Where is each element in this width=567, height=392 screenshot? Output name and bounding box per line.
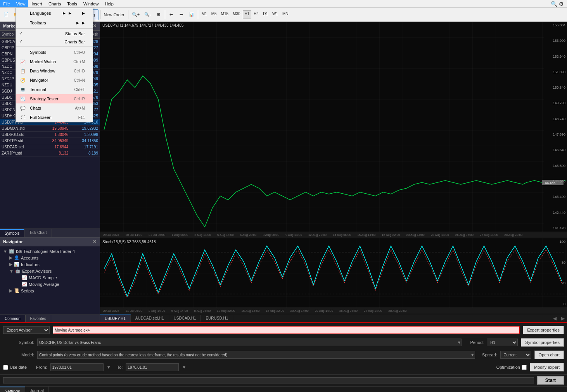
menu-toolbars[interactable]: Toolbars ▶ (16, 18, 93, 28)
tf-w1[interactable]: W1 (270, 10, 280, 19)
zoom-out-btn[interactable]: 🔍- (142, 9, 153, 20)
st-spread-select[interactable]: Current (500, 351, 531, 359)
chart-tab-prev[interactable]: ◀ (551, 315, 559, 322)
menu-file[interactable]: File (0, 0, 13, 7)
nav-item-scripts[interactable]: ▶ 📜 Scripts (8, 287, 98, 294)
st-tab-journal[interactable]: Journal (25, 387, 49, 392)
st-tab-settings[interactable]: Settings (0, 387, 25, 392)
from-cal-icon[interactable]: ▼ (107, 365, 111, 370)
tab-symbols[interactable]: Symbols (0, 229, 24, 237)
optimization-wrapper: Optimization (496, 365, 527, 370)
it11: 26 Aug 06:00 (336, 309, 361, 313)
t13: 16 Aug 22:00 (379, 233, 403, 237)
st-symbol-label: Symbol: (3, 340, 34, 345)
new-file-btn[interactable]: 📄 (2, 9, 11, 20)
chart-tab-usdjpy[interactable]: USDJPY,H1 (100, 315, 131, 322)
nav-root[interactable]: ▼ 🏢 IS6 Technologies MetaTrader 4 (2, 248, 98, 254)
tf-d1[interactable]: D1 (261, 10, 270, 19)
tf-m15[interactable]: M15 (219, 10, 230, 19)
st-symbol-input[interactable] (37, 339, 462, 346)
chart-tab-audcad[interactable]: AUDCAD.std,H1 (131, 315, 169, 322)
languages-arrow: ▶ (60, 10, 79, 17)
chart-right-btn[interactable]: ➡ (177, 9, 186, 20)
market-watch-close[interactable]: ✕ (93, 23, 97, 29)
menu-data-window[interactable]: 📋 Data Window Ctrl+D (16, 66, 93, 76)
market-row-14[interactable]: USDMXN.std 19.60945 19.62932 (0, 126, 100, 132)
tf-m1[interactable]: M1 (200, 10, 209, 19)
menu-charts[interactable]: Charts (45, 0, 64, 7)
indicator-time-axis: 29 Jul 2024 31 Jul 06:00 2 Aug 14:00 5 A… (100, 308, 567, 314)
tf-mn[interactable]: MN (280, 10, 290, 19)
sep4 (100, 10, 100, 19)
settings-icon[interactable]: ⚙ (559, 1, 564, 7)
market-row-18[interactable]: ZARJPY.std 8.132 8.189 (0, 150, 100, 156)
use-date-checkbox[interactable] (3, 365, 8, 370)
chart-area: USDJPY,H1 144.679 144.727 144.433 144.48… (100, 22, 567, 322)
menu-full-screen[interactable]: ⛶ Full Screen F11 (16, 113, 93, 122)
zoom-fit-btn[interactable]: ⊞ (154, 9, 163, 20)
svg-rect-5 (100, 238, 567, 308)
nav-experts-icon: 🤖 (15, 268, 21, 273)
market-row-15[interactable]: USDSGD.std 1.30046 1.30098 (0, 132, 100, 138)
nav-item-moving-average[interactable]: 📈 Moving Average (20, 281, 98, 287)
menu-symbols[interactable]: Symbols Ctrl+U (16, 48, 93, 57)
chart-tab-next[interactable]: ▶ (559, 315, 567, 322)
chart-tab-eurusd[interactable]: EURUSD,H1 (201, 315, 233, 322)
menu-chats[interactable]: 💬 Chats Alt+M (16, 103, 93, 113)
menu-help[interactable]: Help (102, 0, 117, 7)
search-icon[interactable]: 🔍 (551, 1, 557, 7)
chart-tab-usdcad[interactable]: USDCAD,H1 (169, 315, 201, 322)
menu-terminal[interactable]: 💻 Terminal Ctrl+T (16, 85, 93, 94)
menu-view[interactable]: View (13, 0, 29, 7)
new-order-btn[interactable]: New Order (102, 9, 126, 20)
st-open-chart-btn[interactable]: Open chart (534, 351, 564, 359)
st-start-btn[interactable]: Start (537, 376, 564, 385)
nav-item-accounts[interactable]: ▶ 👤 Accounts (8, 254, 98, 261)
menu-charts-bar[interactable]: ✓ Charts Bar (16, 38, 93, 46)
st-type-select[interactable]: Expert Advisor (3, 326, 50, 334)
st-symbol-props-btn[interactable]: Symbol properties (521, 338, 564, 347)
price-155: 155.004 (544, 23, 567, 27)
menu-window[interactable]: Window (80, 0, 102, 7)
sep7 (198, 10, 198, 19)
nav-item-experts[interactable]: ▼ 🤖 Expert Advisors (8, 268, 98, 274)
nav-item-indicators[interactable]: ▶ 📊 Indicators (8, 261, 98, 268)
nav-item-macd[interactable]: 📈 MACD Sample (20, 274, 98, 281)
st-period-select[interactable]: H1 (487, 339, 518, 346)
zoom-in-btn[interactable]: 🔍+ (130, 9, 142, 20)
menu-languages[interactable]: Languages ▶ (16, 8, 93, 18)
st-model-input[interactable] (37, 351, 475, 359)
tf-h1[interactable]: H1 (243, 10, 252, 19)
indicator-svg (100, 238, 567, 308)
main-chart[interactable]: USDJPY,H1 144.679 144.727 144.433 144.48… (100, 22, 567, 232)
tf-m30[interactable]: M30 (231, 10, 242, 19)
menu-insert[interactable]: Insert (28, 0, 45, 7)
navigator-panel: Navigator ✕ ▼ 🏢 IS6 Technologies MetaTra… (0, 237, 100, 322)
sep6 (165, 10, 165, 19)
nav-tab-common[interactable]: Common (0, 315, 26, 322)
menu-market-watch[interactable]: 📈 Market Watch Ctrl+M (16, 57, 93, 66)
nav-icon: 🧭 (19, 77, 27, 83)
to-cal-icon[interactable]: ▼ (182, 365, 186, 370)
tf-h4[interactable]: H4 (252, 10, 261, 19)
tab-tick-chart[interactable]: Tick Chart (24, 229, 52, 237)
market-row-17[interactable]: USDZAR.std 17.6944 17.7191 (0, 144, 100, 150)
chart-props-btn[interactable]: 📊 (187, 9, 196, 20)
menu-tools[interactable]: Tools (64, 0, 80, 7)
menu-status-bar[interactable]: ✓ Status Bar (16, 29, 93, 38)
from-date-input[interactable] (50, 363, 104, 371)
cell-bid-14: 19.60945 (40, 126, 70, 132)
tf-m5[interactable]: M5 (209, 10, 219, 19)
st-ea-name-input[interactable] (53, 326, 520, 334)
market-row-16[interactable]: USDTRY.std 34.05349 34.11850 (0, 138, 100, 144)
menu-navigator[interactable]: 🧭 Navigator Ctrl+N (16, 76, 93, 85)
navigator-close[interactable]: ✕ (93, 239, 97, 244)
menu-strategy-tester[interactable]: 📉 Strategy Tester Ctrl+R (16, 94, 93, 103)
nav-tab-favorites[interactable]: Favorites (26, 315, 51, 322)
st-expert-props-btn[interactable]: Expert properties (523, 326, 564, 334)
chart-left-btn[interactable]: ⬅ (167, 9, 176, 20)
t10: 12 Aug 22:00 (305, 233, 330, 237)
st-modify-expert-btn[interactable]: Modify expert (530, 363, 564, 371)
to-date-input[interactable] (126, 363, 179, 371)
optimization-checkbox[interactable] (522, 365, 527, 370)
